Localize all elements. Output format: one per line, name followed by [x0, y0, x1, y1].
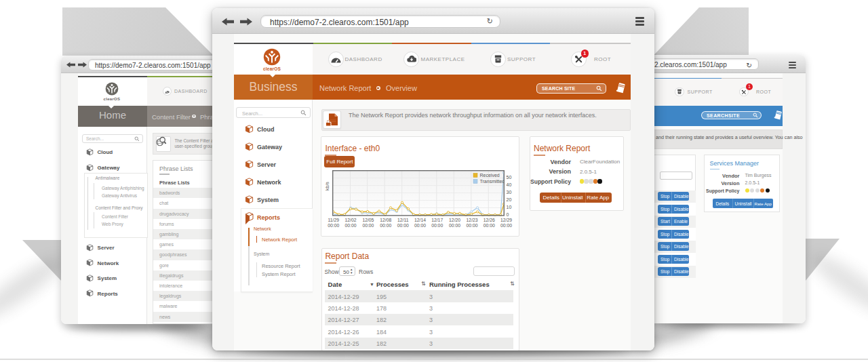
svg-text:Transmitted: Transmitted: [480, 179, 505, 184]
svg-text:Received: Received: [480, 173, 500, 178]
